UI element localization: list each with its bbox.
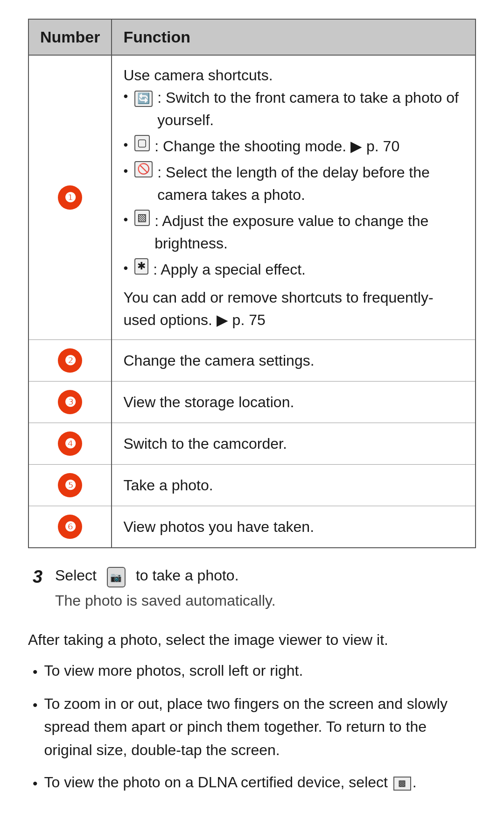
after-bullet-1: • To view more photos, scroll left or ri… bbox=[33, 659, 476, 683]
table-row: ❶ Use camera shortcuts. • 🔄 : Switch to … bbox=[28, 55, 476, 340]
bullet-dot-3: • bbox=[33, 773, 38, 795]
row-number-1: ❶ bbox=[28, 55, 112, 340]
bullet-icon-1: 🔄 bbox=[133, 86, 154, 109]
row1-intro: Use camera shortcuts. bbox=[123, 64, 464, 86]
row-function-4: Switch to the camcorder. bbox=[112, 423, 476, 465]
step-3-line: 3 Select 📷 to take a photo. bbox=[33, 567, 476, 587]
after-bullet-2-text: To zoom in or out, place two fingers on … bbox=[44, 693, 476, 762]
row-number-3: ❸ bbox=[28, 382, 112, 423]
bullet-dot: • bbox=[123, 210, 128, 229]
table-row: ❸ View the storage location. bbox=[28, 382, 476, 423]
bullet-dot: • bbox=[123, 161, 128, 181]
bullet-dot: • bbox=[123, 86, 128, 106]
step-text-after: to take a photo. bbox=[136, 567, 239, 584]
step-3-sub: The photo is saved automatically. bbox=[55, 592, 476, 609]
bullet-item-1: • 🔄 : Switch to the front camera to take… bbox=[123, 86, 464, 131]
table-row: ❻ View photos you have taken. bbox=[28, 506, 476, 548]
after-section: After taking a photo, select the image v… bbox=[28, 628, 476, 795]
after-bullet-3-text: To view the photo on a DLNA certified de… bbox=[44, 771, 476, 794]
bullet-item-3: • 🚫 : Select the length of the delay bef… bbox=[123, 161, 464, 206]
column-header-number: Number bbox=[28, 19, 112, 55]
row-function-5: Take a photo. bbox=[112, 465, 476, 506]
bullet-dot-2: • bbox=[33, 694, 38, 716]
step-3-container: 3 Select 📷 to take a photo. The photo is… bbox=[28, 567, 476, 609]
camera-shutter-icon: 📷 bbox=[107, 567, 126, 587]
bullet-dot: • bbox=[123, 258, 128, 278]
after-bullets: • To view more photos, scroll left or ri… bbox=[33, 659, 476, 795]
row-number-5: ❺ bbox=[28, 465, 112, 506]
row1-note: You can add or remove shortcuts to frequ… bbox=[123, 286, 464, 331]
after-intro: After taking a photo, select the image v… bbox=[28, 628, 476, 652]
row-function-3: View the storage location. bbox=[112, 382, 476, 423]
bullet-icon-3: 🚫 bbox=[134, 161, 153, 177]
bullet-item-2: • ▢ : Change the shooting mode. ▶ p. 70 bbox=[123, 135, 464, 157]
dlna-icon: ▩ bbox=[393, 777, 411, 791]
step-number: 3 bbox=[33, 567, 47, 587]
row-number-6: ❻ bbox=[28, 506, 112, 548]
bullet-dot-1: • bbox=[33, 661, 38, 683]
bullet-icon-2: ▢ bbox=[134, 135, 150, 151]
step-text-before: Select bbox=[55, 567, 97, 584]
row-number-4: ❹ bbox=[28, 423, 112, 465]
table-row: ❷ Change the camera settings. bbox=[28, 340, 476, 382]
bullet-dot: • bbox=[123, 135, 128, 155]
bullet-icon-4: ▧ bbox=[134, 210, 150, 226]
row-function-2: Change the camera settings. bbox=[112, 340, 476, 382]
column-header-function: Function bbox=[112, 19, 476, 55]
row-function-1: Use camera shortcuts. • 🔄 : Switch to th… bbox=[112, 55, 476, 340]
bullet-icon-5: ✱ bbox=[134, 258, 148, 275]
after-bullet-1-text: To view more photos, scroll left or righ… bbox=[44, 659, 476, 683]
main-table: Number Function ❶ Use camera shortcuts. … bbox=[28, 19, 476, 548]
row-function-6: View photos you have taken. bbox=[112, 506, 476, 548]
row-number-2: ❷ bbox=[28, 340, 112, 382]
bullet-item-4: • ▧ : Adjust the exposure value to chang… bbox=[123, 210, 464, 254]
row1-bullets: • 🔄 : Switch to the front camera to take… bbox=[123, 86, 464, 281]
table-row: ❹ Switch to the camcorder. bbox=[28, 423, 476, 465]
bullet-item-5: • ✱ : Apply a special effect. bbox=[123, 258, 464, 281]
after-bullet-3: • To view the photo on a DLNA certified … bbox=[33, 771, 476, 795]
table-row: ❺ Take a photo. bbox=[28, 465, 476, 506]
after-bullet-2: • To zoom in or out, place two fingers o… bbox=[33, 693, 476, 762]
